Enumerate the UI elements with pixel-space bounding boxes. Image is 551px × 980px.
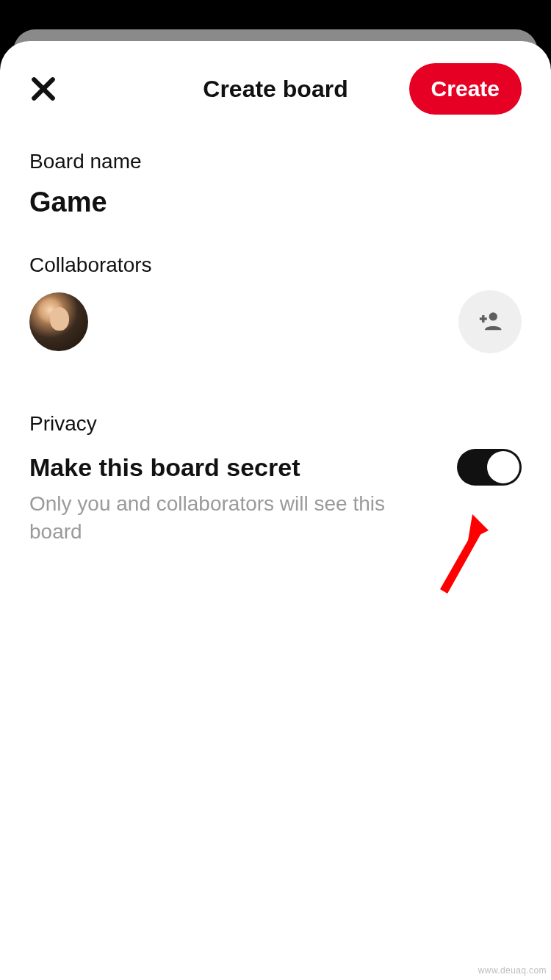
- svg-point-2: [489, 312, 497, 320]
- secret-toggle[interactable]: [457, 449, 522, 486]
- collaborators-label: Collaborators: [29, 253, 522, 277]
- create-button[interactable]: Create: [409, 63, 522, 115]
- add-collaborator-button[interactable]: [458, 290, 522, 353]
- create-board-sheet: Create board Create Board name Game Coll…: [0, 41, 551, 980]
- avatar[interactable]: [29, 292, 88, 351]
- privacy-label: Privacy: [29, 412, 522, 436]
- close-icon[interactable]: [29, 75, 57, 103]
- privacy-text-group: Make this board secret: [29, 453, 300, 482]
- modal-header: Create board Create: [29, 63, 522, 115]
- board-name-label: Board name: [29, 150, 522, 173]
- page-title: Create board: [203, 76, 347, 103]
- svg-rect-4: [482, 315, 484, 323]
- privacy-toggle-title: Make this board secret: [29, 453, 300, 482]
- privacy-toggle-description: Only you and collaborators will see this…: [29, 490, 441, 546]
- privacy-section: Privacy Make this board secret Only you …: [29, 412, 522, 546]
- privacy-toggle-row: Make this board secret: [29, 449, 522, 486]
- add-person-icon: [478, 309, 503, 334]
- toggle-knob: [487, 451, 519, 483]
- board-name-input[interactable]: Game: [29, 187, 522, 218]
- collaborators-row: [29, 290, 522, 353]
- watermark: www.deuaq.com: [478, 965, 547, 976]
- collaborators-section: Collaborators: [29, 253, 522, 353]
- board-name-section: Board name Game: [29, 150, 522, 218]
